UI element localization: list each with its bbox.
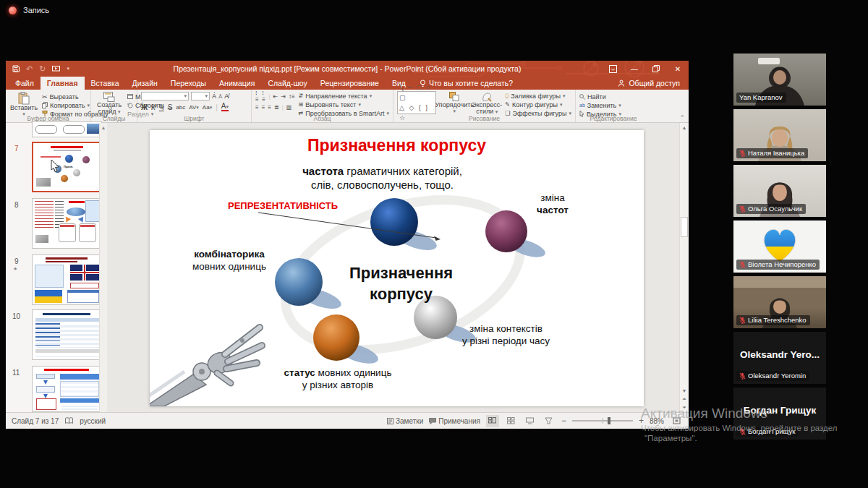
change-case-button[interactable]: Аа▾ <box>203 104 212 111</box>
justify-icon[interactable]: ≣ <box>274 104 279 111</box>
save-icon[interactable] <box>12 65 20 72</box>
slide-9-number: 9 <box>14 257 19 265</box>
font-color-button[interactable]: А▾ <box>221 103 229 111</box>
slide-canvas[interactable]: Призначення корпусу частота граматичних … <box>150 130 644 406</box>
align-text-button[interactable]: ⊞Выровнять текст▾ <box>299 100 389 108</box>
drawing-group: ╲ ─ □ ○ ▢ △ ◇ { } ☆ Упорядочить ▾ Экспре… <box>393 90 576 122</box>
thumbnail-scrollbar[interactable]: ▲ <box>99 123 107 412</box>
tab-animations[interactable]: Анимация <box>213 77 261 90</box>
tab-review[interactable]: Рецензирование <box>314 77 386 90</box>
align-right-icon[interactable]: ≡ <box>268 104 271 111</box>
replace-button[interactable]: abЗаменить▾ <box>579 101 621 109</box>
underline-button[interactable]: Ч <box>159 103 164 111</box>
reading-view-button[interactable] <box>524 415 537 427</box>
clear-format-icon[interactable]: А̸ <box>224 93 229 100</box>
align-center-icon[interactable]: ≡ <box>262 104 265 111</box>
tab-design[interactable]: Дизайн <box>126 77 164 90</box>
bullets-icon[interactable]: ⁝≡ <box>255 90 259 103</box>
new-slide-button[interactable]: Создать слайд ▾ <box>95 91 124 116</box>
shapes-gallery[interactable]: ╲ ─ □ ○ ▢ △ ◇ { } ☆ <box>397 91 436 114</box>
slide-thumbnail-panel[interactable]: 7 Призн. 8 <box>6 123 107 412</box>
tab-transitions[interactable]: Переходы <box>164 77 213 90</box>
scroll-up-icon[interactable]: ▲ <box>680 123 689 132</box>
title-bar[interactable]: ↶ ↻ ▾ Презентація_корпусний підхід.ppt [… <box>6 61 689 77</box>
line-spacing-icon[interactable]: ↕≡ <box>289 93 295 100</box>
language-indicator[interactable]: русский <box>80 417 106 425</box>
recording-dot-icon <box>9 7 17 14</box>
font-name-box[interactable]: ▾ <box>141 92 189 100</box>
thumbnail-slide-7[interactable]: Призн. <box>32 142 102 192</box>
tab-insert[interactable]: Вставка <box>85 77 126 90</box>
slide-sorter-view-button[interactable] <box>505 415 518 427</box>
scrollbar-track[interactable] <box>680 132 689 386</box>
find-button[interactable]: Найти <box>579 93 621 100</box>
paste-button[interactable]: Вставить ▾ <box>9 91 38 117</box>
collapse-ribbon-icon[interactable]: ⌃ <box>679 114 685 121</box>
scroll-down-icon[interactable]: ▼ <box>680 386 689 395</box>
decrease-indent-icon[interactable]: ⇤ <box>273 93 278 100</box>
close-button[interactable]: ✕ <box>667 61 689 77</box>
quick-access-toolbar[interactable]: ↶ ↻ ▾ <box>6 64 69 74</box>
tab-slideshow[interactable]: Слайд-шоу <box>261 77 313 90</box>
shape-fill-icon: ⬯ <box>505 93 509 100</box>
slide-scrollbar[interactable]: ▲ ▼ ⏶ ⏷ <box>679 123 689 412</box>
text-shadow-button[interactable]: abc <box>176 104 185 111</box>
notes-button[interactable]: Заметки <box>387 417 423 425</box>
ukraine-heart-icon <box>760 224 800 265</box>
thumbnail-slide-10[interactable] <box>32 309 102 360</box>
participant-tile-violeta-nechyporenko[interactable]: Віолета Нечипоренко <box>733 221 826 273</box>
font-size-box[interactable]: ▾ <box>191 92 210 100</box>
proofing-icon[interactable] <box>65 417 73 424</box>
window-controls: — ✕ <box>602 61 689 77</box>
person-icon <box>618 80 625 87</box>
participant-tile-liliia-tereshchenko[interactable]: Liliia Tereshchenko <box>733 276 826 328</box>
increase-indent-icon[interactable]: ⇥ <box>281 93 286 100</box>
thumbnail-slide-8[interactable] <box>32 198 102 249</box>
previous-slide-button[interactable]: ⏶ <box>680 395 689 403</box>
thumbnail-slide-6-partial[interactable] <box>32 121 102 137</box>
slide-title: Призначення корпусу <box>150 136 644 155</box>
zoom-slider-thumb[interactable] <box>608 417 610 424</box>
columns-icon[interactable]: ▥ <box>286 104 292 111</box>
share-button[interactable]: Общий доступ <box>618 77 689 90</box>
text-direction-button[interactable]: ⇵Направление текста▾ <box>299 92 389 100</box>
zoom-out-button[interactable]: − <box>561 416 566 426</box>
comments-icon <box>429 418 436 424</box>
sphere-purple <box>485 210 527 252</box>
char-spacing-button[interactable]: AV▾ <box>189 104 199 111</box>
bold-button[interactable]: Ж <box>141 103 148 111</box>
increase-font-icon[interactable]: А́ <box>212 93 216 100</box>
participant-tile-oleksandr-yeromin[interactable]: Oleksandr Yero... Oleksandr Yeromin <box>733 332 826 384</box>
arrange-button[interactable]: Упорядочить ▾ <box>440 91 469 114</box>
qat-customize-caret[interactable]: ▾ <box>67 66 69 72</box>
redo-icon[interactable]: ↻ <box>39 64 46 74</box>
shape-fill-button[interactable]: ⬯Заливка фигуры▾ <box>505 92 571 100</box>
zoom-slider[interactable] <box>572 420 633 421</box>
undo-icon[interactable]: ↶ <box>26 64 33 74</box>
slideshow-view-button[interactable] <box>542 415 556 427</box>
strikethrough-button[interactable]: S <box>168 103 173 111</box>
minimize-button[interactable]: — <box>624 61 645 77</box>
thumbnail-slide-11[interactable] <box>32 366 102 412</box>
restore-button[interactable] <box>645 61 667 77</box>
scrollbar-thumb[interactable] <box>681 217 688 237</box>
participant-tile-olha-osaulchyk[interactable]: Ольга Осаульчик <box>733 165 826 217</box>
italic-button[interactable]: К <box>151 103 156 111</box>
normal-view-button[interactable] <box>486 415 499 427</box>
tab-file[interactable]: Файл <box>9 77 41 90</box>
numbering-icon[interactable]: ⁝≡ <box>262 90 265 103</box>
decrease-font-icon[interactable]: А̌ <box>218 93 222 100</box>
shape-outline-button[interactable]: ✎Контур фигуры▾ <box>505 100 571 108</box>
quick-styles-button[interactable]: Экспресс- стили ▾ <box>472 91 501 116</box>
slide-editor-area[interactable]: Призначення корпусу частота граматичних … <box>107 123 679 412</box>
comments-button[interactable]: Примечания <box>429 417 480 425</box>
participant-tile-natalia-ivanytska[interactable]: Наталя Іваницька <box>733 109 826 161</box>
ribbon-display-options-button[interactable] <box>602 61 624 77</box>
participant-tile-yan-kapranov[interactable]: Yan Kapranov <box>733 53 826 106</box>
start-slideshow-icon[interactable] <box>52 66 60 72</box>
tab-home[interactable]: Главная <box>41 77 85 90</box>
align-left-icon[interactable]: ≡ <box>255 104 259 111</box>
thumbnail-slide-9[interactable] <box>32 254 102 305</box>
thumbnail-scroll-up-icon[interactable]: ▲ <box>100 123 107 130</box>
paragraph-group: ⁝≡ ⁝≡ | ⇤ ⇥ ↕≡ ≡ ≡ ≡ ≣ | ▥ <box>252 90 393 122</box>
